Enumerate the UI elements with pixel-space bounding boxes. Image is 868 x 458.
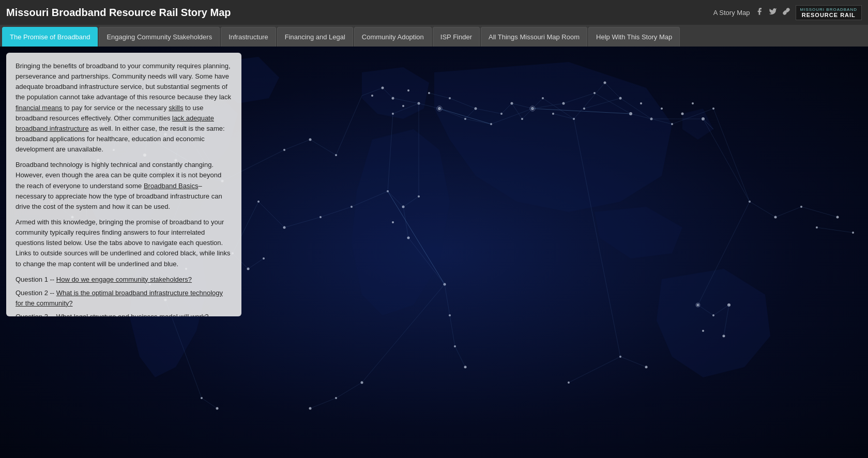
svg-line-154 (321, 207, 352, 217)
svg-line-156 (258, 202, 284, 227)
svg-line-168 (336, 383, 362, 398)
svg-line-148 (713, 109, 750, 202)
question-item-2: Question 2 -- What is the optimal broadb… (16, 288, 232, 309)
svg-line-159 (248, 258, 264, 269)
question-item-1: Question 1 -- How do we engage community… (16, 274, 232, 285)
svg-point-29 (692, 102, 694, 104)
brand-logo-top: MISSOURI BROADBAND (800, 7, 857, 12)
svg-line-185 (817, 227, 853, 233)
svg-point-8 (371, 95, 373, 97)
svg-point-1 (407, 89, 409, 91)
svg-line-110 (310, 140, 336, 155)
question-prefix-2: Question 2 -- (16, 289, 56, 297)
svg-point-64 (702, 330, 704, 332)
question-prefix-1: Question 1 -- (16, 276, 56, 283)
svg-line-166 (620, 357, 646, 367)
brand-logo: MISSOURI BROADBAND RESOURCE RAIL (796, 5, 862, 20)
svg-line-133 (455, 346, 465, 367)
nav-tab-adoption[interactable]: Community Adoption (354, 27, 432, 47)
lack-infra-link[interactable]: lack adequate broadband infrastructure (16, 114, 214, 132)
question-item-3: Question 3 -- What legal structure and b… (16, 312, 232, 316)
intro-paragraph-3: Armed with this knowledge, bringing the … (16, 217, 232, 269)
nav-tab-financing[interactable]: Financing and Legal (277, 27, 353, 47)
link-icon[interactable] (782, 7, 790, 18)
svg-line-145 (750, 202, 775, 217)
nav-tabs: The Promise of BroadbandEngaging Communi… (0, 25, 868, 47)
facebook-icon[interactable] (755, 7, 764, 18)
svg-line-147 (801, 207, 837, 217)
svg-line-132 (450, 315, 455, 346)
question-prefix-3: Question 3 -- (16, 313, 56, 316)
svg-point-26 (661, 108, 663, 110)
nav-tab-isp[interactable]: ISP Finder (433, 27, 480, 47)
question-link-1[interactable]: How do we engage community stakeholders? (56, 276, 192, 283)
svg-line-171 (202, 398, 217, 408)
svg-point-24 (640, 102, 642, 104)
svg-line-169 (310, 398, 336, 408)
app-header: Missouri Broadband Resource Rail Story M… (0, 0, 868, 25)
intro-paragraph-1: Bringing the benefits of broadband to yo… (16, 61, 232, 155)
app-title: Missouri Broadband Resource Rail Story M… (6, 7, 231, 19)
svg-point-28 (681, 113, 684, 115)
questions-list: Question 1 -- How do we engage community… (16, 274, 232, 316)
intro-paragraph-2: Broadband technology is highly technical… (16, 160, 232, 212)
svg-line-167 (569, 357, 620, 383)
svg-line-144 (703, 119, 750, 202)
nav-tab-maproom[interactable]: All Things Missouri Map Room (481, 27, 587, 47)
svg-line-146 (775, 207, 801, 217)
question-link-3[interactable]: What legal structure and business model … (56, 313, 209, 316)
svg-point-59 (392, 221, 394, 223)
skills-link[interactable]: skills (169, 104, 183, 112)
brand-logo-bottom: RESOURCE RAIL (802, 12, 856, 18)
financial-means-link[interactable]: financial means (16, 104, 62, 112)
nav-tab-help[interactable]: Help With This Story Map (588, 27, 680, 47)
nav-tab-promise[interactable]: The Promise of Broadband (2, 27, 98, 47)
broadband-basics-link[interactable]: Broadband Basics (144, 182, 199, 190)
svg-point-7 (402, 105, 404, 107)
header-right: A Story Map MISSOURI BROADBAND RESOURCE … (713, 5, 862, 20)
content-panel: Bringing the benefits of broadband to yo… (6, 53, 241, 316)
svg-line-153 (284, 217, 321, 227)
nav-tab-infrastructure[interactable]: Infrastructure (221, 27, 276, 47)
twitter-icon[interactable] (769, 7, 777, 18)
svg-line-131 (445, 284, 450, 315)
svg-line-109 (336, 96, 362, 155)
story-label: A Story Map (713, 9, 750, 17)
nav-tab-community[interactable]: Engaging Community Stakeholders (99, 27, 220, 47)
main-content: Bringing the benefits of broadband to yo… (0, 47, 868, 458)
svg-line-111 (284, 140, 310, 150)
